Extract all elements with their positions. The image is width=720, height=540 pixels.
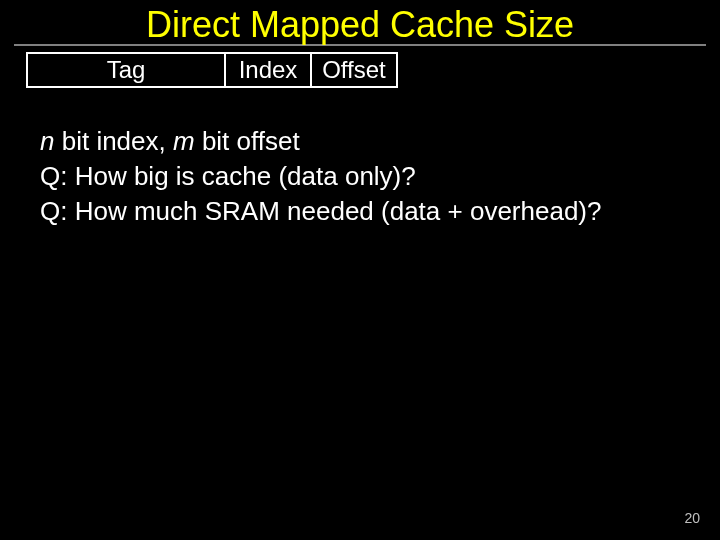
text-segment: bit offset <box>195 126 300 156</box>
body-line-1: n bit index, m bit offset <box>40 124 720 159</box>
slide-body: n bit index, m bit offset Q: How big is … <box>40 124 720 229</box>
index-field: Index <box>226 52 312 88</box>
var-n: n <box>40 126 54 156</box>
var-m: m <box>173 126 195 156</box>
slide-title: Direct Mapped Cache Size <box>0 0 720 46</box>
body-line-3: Q: How much SRAM needed (data + overhead… <box>40 194 720 229</box>
body-line-2: Q: How big is cache (data only)? <box>40 159 720 194</box>
address-fields-row: Tag Index Offset <box>26 52 720 88</box>
tag-field: Tag <box>26 52 226 88</box>
offset-field: Offset <box>312 52 398 88</box>
page-number: 20 <box>684 510 700 526</box>
text-segment: bit index, <box>54 126 173 156</box>
